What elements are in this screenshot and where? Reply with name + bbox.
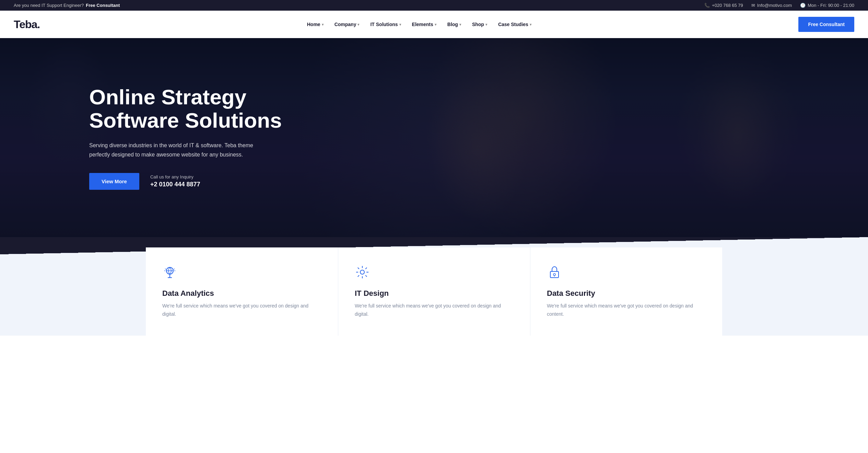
- it-design-desc: We're full service which means we've got…: [355, 302, 514, 318]
- it-design-icon: [355, 265, 514, 282]
- nav-shop[interactable]: Shop ▾: [467, 18, 492, 31]
- chevron-down-icon: ▾: [399, 23, 401, 26]
- svg-point-10: [553, 274, 555, 276]
- phone-number: +020 768 65 79: [712, 3, 743, 8]
- feature-data-analytics: Data Analytics We're full service which …: [146, 247, 338, 336]
- nav-home[interactable]: Home ▾: [302, 18, 328, 31]
- features-section: Data Analytics We're full service which …: [0, 237, 868, 336]
- nav-elements[interactable]: Elements ▾: [407, 18, 441, 31]
- nav-case-studies[interactable]: Case Studies ▾: [493, 18, 536, 31]
- hero-content: Online Strategy Software Solutions Servi…: [0, 85, 282, 190]
- hero-title: Online Strategy Software Solutions: [89, 85, 282, 132]
- hero-title-line1: Online Strategy: [89, 85, 246, 109]
- nav-home-label: Home: [307, 22, 320, 27]
- email-address: Info@motivo.com: [757, 3, 792, 8]
- logo[interactable]: Teba.: [14, 18, 40, 31]
- svg-rect-9: [550, 271, 559, 278]
- data-security-title: Data Security: [547, 289, 706, 298]
- it-design-title: IT Design: [355, 289, 514, 298]
- clock-icon: 🕐: [800, 3, 806, 8]
- phone-icon: 📞: [704, 3, 710, 8]
- nav-case-studies-label: Case Studies: [498, 22, 528, 27]
- chevron-down-icon: ▾: [459, 23, 461, 26]
- top-bar-contact: 📞 +020 768 65 79 ✉ Info@motivo.com 🕐 Mon…: [704, 3, 854, 8]
- data-analytics-icon: [162, 265, 321, 282]
- nav-it-solutions[interactable]: IT Solutions ▾: [365, 18, 406, 31]
- hero-call-number: +2 0100 444 8877: [150, 181, 200, 188]
- chevron-down-icon: ▾: [322, 23, 324, 26]
- chevron-down-icon: ▾: [357, 23, 359, 26]
- svg-line-5: [174, 269, 175, 269]
- header-cta-button[interactable]: Free Consultant: [798, 17, 854, 32]
- phone-info: 📞 +020 768 65 79: [704, 3, 743, 8]
- data-analytics-desc: We're full service which means we've got…: [162, 302, 321, 318]
- promo-cta: Free Consultant: [86, 3, 120, 8]
- top-bar-promo: Are you need IT Support Engineer? Free C…: [14, 3, 120, 8]
- hero-subtitle: Serving diverse industries in the world …: [89, 141, 254, 159]
- main-nav: Home ▾ Company ▾ IT Solutions ▾ Elements…: [302, 18, 536, 31]
- hero-section: Online Strategy Software Solutions Servi…: [0, 38, 868, 237]
- chevron-down-icon: ▾: [485, 23, 487, 26]
- header: Teba. Home ▾ Company ▾ IT Solutions ▾ El…: [0, 11, 868, 38]
- data-security-icon: [547, 265, 706, 282]
- data-analytics-title: Data Analytics: [162, 289, 321, 298]
- feature-it-design: IT Design We're full service which means…: [338, 247, 530, 336]
- top-bar: Are you need IT Support Engineer? Free C…: [0, 0, 868, 11]
- hero-actions: View More Call us for any Inquiry +2 010…: [89, 173, 282, 190]
- hero-title-line2: Software Solutions: [89, 108, 282, 132]
- hero-call-label: Call us for any Inquiry: [150, 174, 200, 179]
- nav-blog[interactable]: Blog ▾: [443, 18, 466, 31]
- nav-blog-label: Blog: [447, 22, 458, 27]
- nav-it-solutions-label: IT Solutions: [370, 22, 398, 27]
- chevron-down-icon: ▾: [435, 23, 436, 26]
- nav-company-label: Company: [335, 22, 356, 27]
- business-hours: Mon - Fri: 90:00 - 21:00: [808, 3, 854, 8]
- promo-text: Are you need IT Support Engineer?: [14, 3, 84, 8]
- svg-point-8: [360, 270, 364, 274]
- hero-call-info: Call us for any Inquiry +2 0100 444 8877: [150, 174, 200, 188]
- view-more-button[interactable]: View More: [89, 173, 139, 190]
- nav-shop-label: Shop: [472, 22, 484, 27]
- feature-data-security: Data Security We're full service which m…: [530, 247, 722, 336]
- hours-info: 🕐 Mon - Fri: 90:00 - 21:00: [800, 3, 854, 8]
- email-icon: ✉: [751, 3, 755, 8]
- email-info: ✉ Info@motivo.com: [751, 3, 792, 8]
- svg-line-4: [165, 269, 166, 269]
- data-security-desc: We're full service which means we've got…: [547, 302, 706, 318]
- chevron-down-icon: ▾: [530, 23, 531, 26]
- nav-elements-label: Elements: [412, 22, 433, 27]
- nav-company[interactable]: Company ▾: [330, 18, 364, 31]
